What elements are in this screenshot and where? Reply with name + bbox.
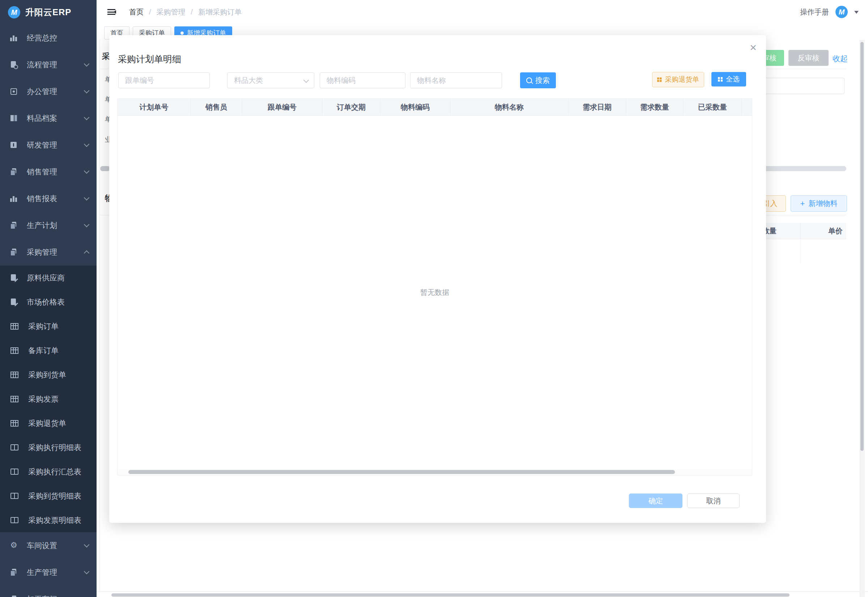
sidebar-subitem-label: 采购发票明细表 bbox=[28, 515, 89, 525]
material-name-input[interactable] bbox=[410, 72, 502, 88]
sidebar-item-icon bbox=[9, 114, 18, 123]
material-code-input[interactable] bbox=[320, 72, 406, 88]
chevron-icon bbox=[84, 569, 90, 575]
plan-table-column-header: 需求日期 bbox=[569, 99, 626, 116]
plan-table: 计划单号销售员跟单编号订单交期物料编码物料名称需求日期需求数量已采数量 暂无数据 bbox=[117, 98, 752, 470]
search-button-label: 搜索 bbox=[535, 76, 550, 85]
sidebar-item[interactable]: 经营总控 bbox=[0, 25, 96, 51]
category-select-input[interactable] bbox=[227, 72, 314, 88]
sidebar-item[interactable]: 办公管理 bbox=[0, 78, 96, 105]
unapprove-button[interactable]: 反审核 bbox=[788, 50, 829, 66]
sidebar-subitem[interactable]: 采购退货单 bbox=[0, 411, 96, 435]
page-vertical-scrollbar-thumb[interactable] bbox=[861, 42, 864, 451]
confirm-button[interactable]: 确定 bbox=[629, 493, 683, 508]
sidebar-subitem-label: 原料供应商 bbox=[27, 273, 89, 283]
plan-table-body: 暂无数据 bbox=[117, 116, 752, 469]
breadcrumb-item[interactable]: 首页 bbox=[129, 7, 144, 17]
sidebar-subitem[interactable]: 采购到货明细表 bbox=[0, 484, 96, 508]
plus-icon: + bbox=[800, 200, 805, 207]
sidebar-item[interactable]: 销售管理 bbox=[0, 159, 96, 185]
chevron-icon bbox=[84, 195, 90, 201]
sidebar-item-icon bbox=[9, 568, 18, 577]
sidebar-subitem[interactable]: 采购订单 bbox=[0, 314, 96, 338]
sidebar-subitem[interactable]: 采购发票明细表 bbox=[0, 508, 96, 532]
order-no-input[interactable] bbox=[118, 72, 210, 88]
sidebar-item-icon bbox=[9, 595, 18, 597]
category-select bbox=[227, 72, 314, 88]
grid-icon bbox=[657, 77, 662, 82]
plan-table-column-header: 物料名称 bbox=[450, 99, 569, 116]
top-header: 首页采购管理新增采购订单 操作手册 M bbox=[96, 0, 868, 24]
scrollbar-thumb[interactable] bbox=[100, 166, 110, 171]
sidebar-item-label: 办公管理 bbox=[27, 86, 84, 97]
plan-table-column-header: 已采数量 bbox=[684, 99, 742, 116]
sidebar-item-label: 经营总控 bbox=[27, 33, 89, 43]
add-material-button[interactable]: + 新增物料 bbox=[791, 195, 847, 212]
sidebar-item[interactable]: 采购管理 bbox=[0, 239, 96, 266]
sidebar-item[interactable]: 生产管理 bbox=[0, 559, 96, 586]
materials-column-header: 单价 bbox=[800, 223, 846, 239]
sidebar-item[interactable]: 研发管理 bbox=[0, 132, 96, 159]
chevron-icon bbox=[84, 141, 90, 147]
chevron-icon bbox=[84, 88, 90, 94]
user-menu-caret-icon[interactable] bbox=[854, 11, 859, 16]
sidebar-item[interactable]: 生产计划 bbox=[0, 212, 96, 239]
scrollbar-thumb[interactable] bbox=[128, 470, 675, 474]
sidebar-subitem-icon bbox=[9, 273, 18, 282]
sidebar-item-icon bbox=[9, 168, 18, 176]
sidebar-subitem[interactable]: 采购执行明细表 bbox=[0, 435, 96, 459]
sidebar-item[interactable]: 车间设置 bbox=[0, 532, 96, 559]
order-no-field bbox=[118, 72, 210, 88]
sidebar-subitem[interactable]: 备库订单 bbox=[0, 338, 96, 362]
sidebar-subitem-label: 市场价格表 bbox=[27, 297, 89, 307]
sidebar-submenu-purchase: 原料供应商 市场价格表 采购订单 备库订单 bbox=[0, 266, 96, 532]
grid-icon bbox=[718, 77, 723, 82]
app-logo: M 升阳云ERP bbox=[0, 0, 96, 25]
sidebar-subitem[interactable]: 原料供应商 bbox=[0, 266, 96, 290]
sidebar-item-icon bbox=[9, 87, 18, 96]
app-title: 升阳云ERP bbox=[25, 6, 71, 18]
sidebar: M 升阳云ERP 经营总控 流程管理 办公管理 bbox=[0, 0, 96, 597]
manual-link[interactable]: 操作手册 bbox=[800, 7, 829, 17]
sidebar-item-label: 流程管理 bbox=[27, 60, 84, 70]
chevron-icon bbox=[84, 250, 90, 256]
breadcrumb-item[interactable]: 新增采购订单 bbox=[185, 7, 242, 17]
sidebar-item[interactable]: 加工车间 bbox=[0, 586, 96, 597]
sidebar-subitem-label: 采购到货单 bbox=[28, 370, 89, 380]
breadcrumb-item[interactable]: 采购管理 bbox=[144, 7, 185, 17]
sidebar-subitem[interactable]: 采购发票 bbox=[0, 387, 96, 411]
sidebar-subitem[interactable]: 市场价格表 bbox=[0, 290, 96, 314]
sidebar-subitem-icon bbox=[10, 323, 18, 330]
close-icon[interactable] bbox=[750, 42, 757, 53]
sidebar-subitem-icon bbox=[10, 444, 18, 450]
collapse-link[interactable]: 收起 bbox=[832, 53, 848, 64]
plan-table-column-header: 跟单编号 bbox=[242, 99, 322, 116]
purchase-plan-detail-dialog: 采购计划单明细 搜索 采购退货单 全选 计划单号销售 bbox=[109, 35, 766, 523]
cancel-button[interactable]: 取消 bbox=[687, 493, 740, 508]
sidebar-subitem-icon bbox=[10, 493, 18, 499]
sidebar-item[interactable]: 销售报表 bbox=[0, 185, 96, 212]
chevron-icon bbox=[84, 542, 90, 548]
sidebar-subitem[interactable]: 采购执行汇总表 bbox=[0, 459, 96, 484]
sidebar-subitem-label: 采购执行明细表 bbox=[28, 443, 89, 453]
search-button[interactable]: 搜索 bbox=[520, 72, 556, 88]
content-panel-border bbox=[99, 40, 100, 591]
sidebar-subitem-icon bbox=[10, 348, 18, 354]
header-right: 操作手册 M bbox=[800, 6, 859, 18]
sidebar-item-icon bbox=[9, 141, 18, 149]
breadcrumb: 首页采购管理新增采购订单 bbox=[129, 7, 241, 17]
select-all-button[interactable]: 全选 bbox=[711, 72, 746, 86]
sidebar-subitem[interactable]: 采购到货单 bbox=[0, 362, 96, 387]
purchase-return-button[interactable]: 采购退货单 bbox=[652, 72, 704, 87]
page-horizontal-scrollbar-thumb[interactable] bbox=[111, 593, 789, 597]
sidebar-item[interactable]: 流程管理 bbox=[0, 51, 96, 78]
user-avatar[interactable]: M bbox=[835, 6, 848, 18]
sidebar-item-label: 采购管理 bbox=[27, 247, 84, 257]
sidebar-subitem-label: 采购退货单 bbox=[28, 418, 89, 428]
material-code-field bbox=[320, 72, 406, 88]
material-name-field bbox=[410, 72, 502, 88]
sidebar-subitem-label: 采购发票 bbox=[28, 394, 89, 404]
plan-table-horizontal-scrollbar[interactable] bbox=[117, 469, 752, 475]
sidebar-subitem-label: 备库订单 bbox=[28, 346, 89, 356]
sidebar-item[interactable]: 料品档案 bbox=[0, 105, 96, 132]
